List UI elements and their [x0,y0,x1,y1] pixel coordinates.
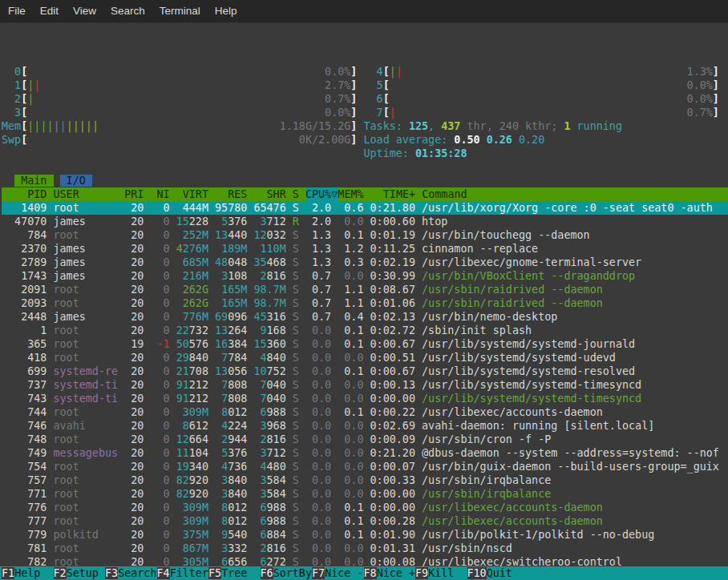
process-row-784[interactable]: 784 root 20 0 252M 13440 12032 S 1.3 0.1… [2,228,728,242]
fkey-f3[interactable]: F3 [105,567,118,579]
cell-cpu: 0.0 [305,501,331,514]
cell-cpu: 0.7 [305,311,331,323]
cell-state: R [293,215,299,228]
process-row-748[interactable]: 748 root 20 0 12664 2944 2816 S 0.0 0.0 … [2,433,728,446]
fkey-label-quit[interactable]: Quit [487,567,525,579]
fkey-label-sortby[interactable]: SortBy [273,567,312,579]
column-header-ni[interactable]: NI [150,188,169,200]
menu-item-terminal[interactable]: Terminal [152,5,208,17]
cell-virt: 12 [176,433,189,445]
column-header-cpu-sort-descending[interactable]: CPU%▽ [305,187,338,201]
fkey-f10[interactable]: F10 [467,567,487,579]
cell-command: /usr/lib/systemd/systemd-timesyncd [422,393,641,405]
fkey-f7[interactable]: F7 [312,567,325,579]
process-row-771[interactable]: 771 root 20 0 82920 3840 3584 S 0.0 0.0 … [2,487,728,501]
cell-res: 189M [221,243,247,255]
column-header-mem[interactable]: MEM% [338,188,363,200]
cell-virt: 4 [176,243,183,255]
fkey-label-tree[interactable]: Tree [221,567,260,579]
column-header-pid[interactable]: PID [2,188,47,200]
process-row-776[interactable]: 776 root 20 0 309M 8012 6988 S 0.0 0.1 0… [2,501,728,514]
fkey-f2[interactable]: F2 [54,567,67,579]
fkey-f9[interactable]: F9 [415,567,428,579]
menu-item-file[interactable]: File [1,5,33,17]
column-header-pri[interactable]: PRI [124,188,144,200]
fkey-label-nice-[interactable]: Nice - [325,567,363,579]
meter-bar: | [73,120,79,132]
cell-state: S [293,324,299,336]
cell-ni: 0 [150,229,169,241]
meter-bar: | [79,120,86,132]
column-header-command[interactable]: Command [422,188,467,200]
cell-shr: 7 [261,393,267,405]
cell-pid: 1409 [2,202,47,214]
cell-user: root [54,474,119,486]
process-row-418[interactable]: 418 root 20 0 29840 7784 4840 S 0.0 0.0 … [2,351,728,365]
cell-shr: 884 [267,529,286,541]
process-row-2093[interactable]: 2093 root 20 0 262G 165M 98.7M S 0.7 1.1… [2,296,728,310]
cell-pid: 776 [2,501,47,514]
fkey-label-kill[interactable]: Kill [428,567,467,579]
fkey-f1[interactable]: F1 [2,567,14,579]
cell-shr: 6 [261,501,267,514]
table-header[interactable]: PID USER PRI NI VIRT RES SHR S CPU%▽MEM%… [2,187,728,201]
menu-item-help[interactable]: Help [208,5,245,17]
tab-main[interactable]: Main [14,175,53,187]
cell-shr: 9 [261,324,267,336]
cell-pid: 749 [2,447,47,459]
menu-item-search[interactable]: Search [103,5,152,17]
fkey-f4[interactable]: F4 [157,567,170,579]
process-row-743[interactable]: 743 systemd-ti 20 0 91212 7808 7040 S 0.… [2,392,728,405]
process-row-1[interactable]: 1 root 20 0 22732 13264 9168 S 0.0 0.1 0… [2,324,728,337]
column-header-shr[interactable]: SHR [253,188,285,200]
cell-command: /usr/bin/touchegg --daemon [422,229,590,241]
column-header-time[interactable]: TIME+ [370,188,415,200]
tab-io[interactable]: I/O [60,175,92,187]
menu-item-view[interactable]: View [66,5,103,17]
cell-ni: 0 [150,379,169,391]
cell-time: 0:00.13 [370,379,415,391]
process-row-2448[interactable]: 2448 james 20 0 776M 69096 45316 S 0.7 0… [2,310,728,324]
cell-user: avahi [54,420,119,432]
process-row-699[interactable]: 699 systemd-re 20 0 21708 13056 10752 S … [2,365,728,378]
cell-ni: 0 [150,215,169,228]
process-row-746[interactable]: 746 avahi 20 0 8612 4224 3968 S 0.0 0.0 … [2,419,728,433]
process-row-737[interactable]: 737 systemd-ti 20 0 91212 7808 7040 S 0.… [2,378,728,392]
process-row-754[interactable]: 754 root 20 0 19340 4736 4480 S 0.0 0.0 … [2,460,728,473]
cell-virt: 685M [183,256,208,268]
cell-user: james [54,270,119,282]
cell-virt: 375M [183,529,208,541]
process-row-777[interactable]: 777 root 20 0 309M 8012 6988 S 0.0 0.1 0… [2,514,728,528]
process-row-1409[interactable]: 1409 root 20 0 444M 95780 65476 S 2.0 0.… [2,201,728,215]
process-row-744[interactable]: 744 root 20 0 309M 8012 6988 S 0.0 0.1 0… [2,405,728,419]
fkey-label-setup[interactable]: Setup [67,567,105,579]
cell-virt: 22 [176,324,189,336]
fkey-label-help[interactable]: Help [14,567,53,579]
process-row-749[interactable]: 749 messagebus 20 0 11104 5376 3712 S 0.… [2,446,728,460]
process-row-2789[interactable]: 2789 james 20 0 685M 48048 35468 S 1.3 0… [2,256,728,269]
column-header-res[interactable]: RES [215,188,247,200]
process-row-2370[interactable]: 2370 james 20 0 4276M 189M 110M S 1.3 1.… [2,242,728,256]
menu-item-edit[interactable]: Edit [33,5,66,17]
process-row-2091[interactable]: 2091 root 20 0 262G 165M 98.7M S 0.7 1.1… [2,283,728,296]
fkey-f5[interactable]: F5 [208,567,221,579]
fkey-label-nice+[interactable]: Nice + [377,567,415,579]
process-row-779[interactable]: 779 polkitd 20 0 375M 9540 6884 S 0.0 0.… [2,528,728,542]
column-header-state[interactable]: S [293,188,299,200]
cell-cpu: 0.0 [305,379,331,391]
process-row-365[interactable]: 365 root 19 -1 50576 16384 15360 S 0.0 0… [2,337,728,351]
process-row-1743[interactable]: 1743 james 20 0 216M 3108 2816 S 0.7 0.0… [2,269,728,283]
process-row-757[interactable]: 757 root 20 0 82920 3840 3584 S 0.0 0.0 … [2,473,728,487]
fkey-f8[interactable]: F8 [364,567,377,579]
cell-mem: 0.0 [338,420,363,432]
cell-res: 840 [228,488,247,500]
cell-ni: 0 [150,352,169,364]
fkey-label-filter[interactable]: Filter [170,567,208,579]
cell-user: root [54,488,119,500]
column-header-virt[interactable]: VIRT [176,188,208,200]
fkey-label-search[interactable]: Search [118,567,156,579]
process-row-781[interactable]: 781 root 20 0 867M 3332 2816 S 0.0 0.0 0… [2,542,728,555]
fkey-f6[interactable]: F6 [261,567,273,579]
column-header-user[interactable]: USER [54,188,119,200]
process-row-47070[interactable]: 47070 james 20 0 15228 5376 3712 R 2.0 0… [2,215,728,228]
